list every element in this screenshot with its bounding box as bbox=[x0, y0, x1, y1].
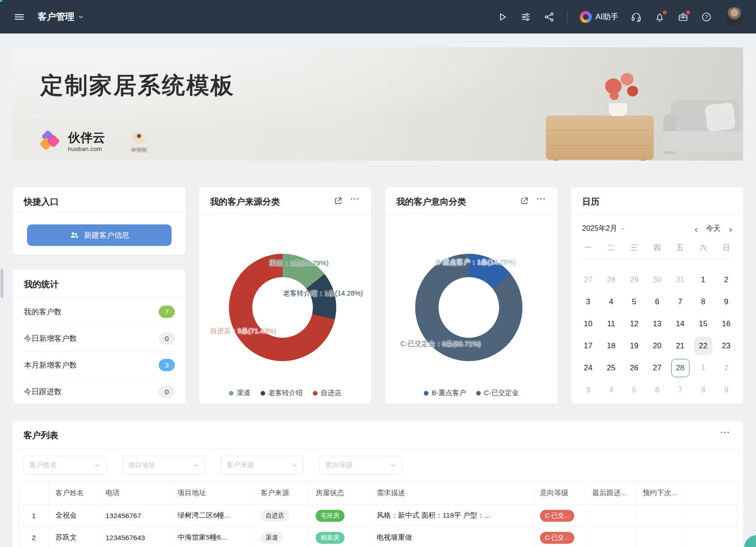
calendar-day[interactable]: 21 bbox=[671, 337, 689, 355]
legend-item[interactable]: B-重点客户 bbox=[424, 389, 466, 397]
stat-row[interactable]: 今日新增客户数 0 bbox=[24, 325, 175, 352]
header-cell[interactable]: 客户姓名 bbox=[49, 481, 99, 504]
cell-intention[interactable]: C-已交... bbox=[534, 505, 586, 526]
cell-demand[interactable]: 风格：新中式 面积：118平 户型：... bbox=[370, 505, 534, 526]
cell-address[interactable]: 绿树湾二区6幢... bbox=[171, 505, 254, 526]
calendar-day[interactable]: 17 bbox=[579, 337, 597, 355]
support-headset-icon[interactable] bbox=[631, 11, 642, 22]
workbench-briefcase-icon[interactable] bbox=[678, 11, 689, 22]
help-icon[interactable]: ? bbox=[701, 11, 712, 22]
user-avatar[interactable] bbox=[724, 7, 745, 27]
calendar-day[interactable]: 1 bbox=[694, 359, 712, 377]
calendar-day[interactable]: 3 bbox=[579, 293, 597, 311]
calendar-day[interactable]: 15 bbox=[694, 315, 712, 333]
more-icon[interactable]: ⋯ bbox=[536, 193, 546, 204]
prev-month-button[interactable]: ‹ bbox=[695, 224, 698, 234]
open-in-new-icon[interactable] bbox=[334, 196, 343, 206]
calendar-day[interactable]: 2 bbox=[717, 359, 735, 377]
calendar-day[interactable]: 5 bbox=[625, 293, 643, 311]
cell-intention[interactable]: C-已交... bbox=[534, 527, 586, 547]
calendar-day[interactable]: 31 bbox=[671, 271, 689, 289]
calendar-day[interactable]: 9 bbox=[717, 381, 735, 399]
calendar-day[interactable]: 25 bbox=[602, 359, 620, 377]
table-row[interactable]: 1 全祝会 132456767 绿树湾二区6幢... 自进店 毛坯房 风格：新中… bbox=[19, 505, 737, 527]
calendar-day[interactable]: 27 bbox=[579, 271, 597, 289]
filter-intention-level[interactable]: 意向等级 bbox=[319, 456, 402, 474]
calendar-day[interactable]: 18 bbox=[602, 337, 620, 355]
cell-next-appointment[interactable] bbox=[636, 527, 686, 547]
cell-address[interactable]: 中海世家5幢6... bbox=[171, 527, 254, 547]
open-in-new-icon[interactable] bbox=[520, 196, 529, 206]
stat-row[interactable]: 今日跟进数 0 bbox=[24, 379, 175, 405]
header-cell[interactable]: 客户来源 bbox=[254, 481, 309, 504]
legend-item[interactable]: 渠道 bbox=[229, 389, 250, 397]
floating-assistant-button[interactable] bbox=[744, 535, 756, 547]
calendar-day[interactable]: 11 bbox=[602, 315, 620, 333]
cell-next-appointment[interactable] bbox=[636, 505, 686, 526]
filter-project-address[interactable]: 项目地址 bbox=[122, 456, 205, 474]
legend-item[interactable]: 老客转介绍 bbox=[261, 389, 303, 397]
header-cell[interactable]: 电话 bbox=[99, 481, 171, 504]
legend-item[interactable]: C-已交定金 bbox=[476, 389, 519, 397]
calendar-day[interactable]: 24 bbox=[579, 359, 597, 377]
calendar-day[interactable]: 14 bbox=[671, 315, 689, 333]
calendar-day[interactable]: 27 bbox=[648, 359, 666, 377]
legend-item[interactable]: 自进店 bbox=[313, 389, 341, 397]
app-title[interactable]: 客户管理 bbox=[38, 11, 84, 23]
header-cell[interactable]: 意向等级 bbox=[534, 481, 586, 504]
calendar-day[interactable]: 7 bbox=[671, 381, 689, 399]
table-row[interactable]: 2 苏跃文 1234567643 中海世家5幢6... 渠道 精装房 电视墙重做… bbox=[19, 527, 737, 547]
share-icon[interactable] bbox=[544, 11, 555, 22]
calendar-day[interactable]: 10 bbox=[579, 315, 597, 333]
header-cell[interactable]: 预约下次... bbox=[636, 481, 686, 504]
calendar-day[interactable]: 3 bbox=[579, 381, 597, 399]
calendar-day[interactable]: 8 bbox=[694, 293, 712, 311]
calendar-day[interactable]: 29 bbox=[625, 271, 643, 289]
calendar-day[interactable]: 8 bbox=[694, 381, 712, 399]
header-cell[interactable]: 最后跟进... bbox=[586, 481, 636, 504]
filter-customer-name[interactable]: 客户姓名 bbox=[23, 456, 106, 474]
calendar-day[interactable]: 19 bbox=[625, 337, 643, 355]
calendar-day[interactable]: 28 bbox=[602, 271, 620, 289]
stat-row[interactable]: 我的客户数 7 bbox=[24, 299, 175, 325]
calendar-day[interactable]: 12 bbox=[625, 315, 643, 333]
calendar-day[interactable]: 4 bbox=[602, 293, 620, 311]
calendar-day[interactable]: 2 bbox=[717, 271, 735, 289]
calendar-day[interactable]: 26 bbox=[625, 359, 643, 377]
calendar-day[interactable]: 13 bbox=[648, 315, 666, 333]
header-cell[interactable]: 需求描述 bbox=[370, 481, 534, 504]
calendar-day[interactable]: 5 bbox=[625, 381, 643, 399]
cell-source[interactable]: 自进店 bbox=[254, 505, 309, 526]
header-cell[interactable]: 项目地址 bbox=[171, 481, 254, 504]
cell-house-status[interactable]: 精装房 bbox=[309, 527, 370, 547]
cell-last-followup[interactable] bbox=[586, 505, 636, 526]
run-play-icon[interactable] bbox=[497, 11, 508, 22]
calendar-day[interactable]: 6 bbox=[648, 293, 666, 311]
cell-customer-name[interactable]: 全祝会 bbox=[49, 505, 99, 526]
hamburger-menu-icon[interactable] bbox=[14, 11, 25, 22]
cell-phone[interactable]: 132456767 bbox=[99, 505, 171, 526]
notifications-bell-icon[interactable] bbox=[654, 11, 665, 22]
today-button[interactable]: 今天 bbox=[706, 224, 721, 234]
cell-customer-name[interactable]: 苏跃文 bbox=[49, 527, 99, 547]
cell-demand[interactable]: 电视墙重做 bbox=[370, 527, 534, 547]
cell-last-followup[interactable] bbox=[586, 527, 636, 547]
calendar-day[interactable]: 20 bbox=[648, 337, 666, 355]
month-selector[interactable]: 2025年2月 bbox=[582, 224, 625, 234]
calendar-day-selected[interactable]: 22 bbox=[694, 337, 712, 355]
next-month-button[interactable]: › bbox=[729, 224, 732, 234]
stat-row[interactable]: 本月新增客户数 3 bbox=[24, 352, 175, 379]
settings-sliders-icon[interactable] bbox=[520, 11, 531, 22]
more-icon[interactable]: ⋯ bbox=[720, 426, 730, 438]
calendar-day[interactable]: 9 bbox=[717, 293, 735, 311]
calendar-day[interactable]: 23 bbox=[717, 337, 735, 355]
calendar-day[interactable]: 7 bbox=[671, 293, 689, 311]
calendar-day[interactable]: 6 bbox=[648, 381, 666, 399]
calendar-day[interactable]: 16 bbox=[717, 315, 735, 333]
filter-customer-source[interactable]: 客户来源 bbox=[221, 456, 304, 474]
calendar-day-today[interactable]: 28 bbox=[671, 359, 689, 377]
calendar-day[interactable]: 30 bbox=[648, 271, 666, 289]
cell-source[interactable]: 渠道 bbox=[254, 527, 309, 547]
header-cell[interactable]: 房屋状态 bbox=[309, 481, 370, 504]
more-icon[interactable]: ⋯ bbox=[350, 193, 360, 204]
